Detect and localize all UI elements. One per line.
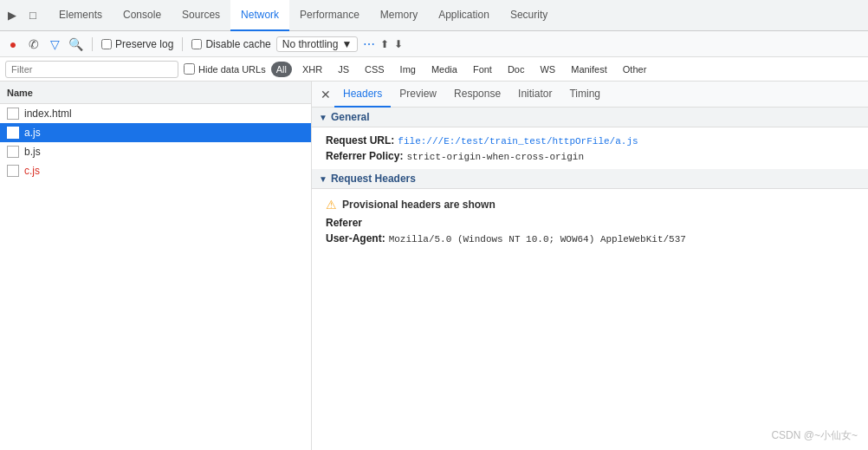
tab-network[interactable]: Network (230, 0, 289, 31)
provisional-warning-text: Provisional headers are shown (342, 199, 496, 211)
tab-elements[interactable]: Elements (49, 0, 113, 31)
file-list-header: Name (0, 82, 311, 104)
referrer-policy-value: strict-origin-when-cross-origin (406, 152, 584, 162)
disable-cache-checkbox[interactable]: Disable cache (191, 38, 270, 50)
file-icon-a-js (7, 127, 19, 139)
record-button[interactable]: ● (5, 36, 21, 52)
file-name-c-js: c.js (24, 165, 40, 177)
hide-data-urls-checkbox[interactable]: Hide data URLs (184, 63, 266, 75)
general-section-title: General (331, 111, 370, 123)
user-agent-key: User-Agent: (326, 232, 385, 245)
filter-type-media[interactable]: Media (426, 62, 463, 77)
hide-data-urls-input[interactable] (184, 63, 195, 75)
detail-tab-preview[interactable]: Preview (391, 82, 445, 108)
detail-tab-headers[interactable]: Headers (334, 82, 391, 108)
filter-input[interactable] (5, 61, 178, 78)
throttling-label: No throttling (282, 38, 339, 50)
upload-icon[interactable]: ⬆ (380, 38, 389, 50)
file-icon-index-html (7, 108, 19, 120)
main-area: Name index.html a.js b.js c.js ✕ Headers… (0, 82, 868, 450)
preserve-log-checkbox[interactable]: Preserve log (101, 38, 173, 50)
cursor-icon[interactable]: ▶ (3, 7, 21, 24)
filter-type-xhr[interactable]: XHR (297, 62, 327, 77)
detail-tab-response[interactable]: Response (445, 82, 509, 108)
separator-2 (182, 37, 183, 51)
tab-memory[interactable]: Memory (370, 0, 428, 31)
referrer-policy-row: Referrer Policy: strict-origin-when-cros… (326, 148, 854, 164)
request-url-value: file:///E:/test/train_test/httpOrFile/a.… (398, 136, 638, 147)
user-agent-row: User-Agent: Mozilla/5.0 (Windows NT 10.0… (326, 231, 854, 246)
filter-type-other[interactable]: Other (618, 62, 652, 77)
tab-performance[interactable]: Performance (289, 0, 370, 31)
filter-type-img[interactable]: Img (395, 62, 421, 77)
filter-type-font[interactable]: Font (468, 62, 497, 77)
wifi-icon: ⋯ (363, 37, 375, 51)
filter-type-ws[interactable]: WS (534, 62, 560, 77)
throttling-arrow: ▼ (341, 38, 352, 50)
detail-tabs: ✕ Headers Preview Response Initiator Tim… (312, 82, 868, 108)
watermark: CSDN @~小仙女~ (771, 428, 858, 443)
search-button[interactable]: 🔍 (68, 36, 83, 52)
referer-key: Referer (326, 217, 362, 229)
name-column-header: Name (7, 88, 33, 98)
disable-cache-label: Disable cache (205, 38, 270, 50)
tab-sources[interactable]: Sources (172, 0, 230, 31)
download-icon[interactable]: ⬇ (394, 38, 403, 50)
stop-button[interactable]: ✆ (26, 36, 42, 52)
hide-data-urls-label: Hide data URLs (198, 64, 266, 75)
disable-cache-input[interactable] (191, 39, 202, 49)
inspect-icon[interactable]: □ (24, 7, 42, 24)
file-name-b-js: b.js (24, 146, 41, 158)
request-headers-section-body: ⚠ Provisional headers are shown Referer … (312, 189, 868, 251)
preserve-log-input[interactable] (101, 39, 112, 49)
tab-console[interactable]: Console (113, 0, 172, 31)
file-item-a-js[interactable]: a.js (0, 123, 311, 142)
throttling-dropdown[interactable]: No throttling ▼ (276, 36, 359, 52)
devtools-tabbar: ▶ □ Elements Console Sources Network Per… (0, 0, 868, 31)
headers-content: ▼ General Request URL: file:///E:/test/t… (312, 108, 868, 450)
request-headers-section-header[interactable]: ▼ Request Headers (312, 169, 868, 189)
file-name-a-js: a.js (24, 127, 41, 139)
filter-type-doc[interactable]: Doc (502, 62, 530, 77)
referrer-policy-key: Referrer Policy: (326, 150, 403, 162)
detail-panel: ✕ Headers Preview Response Initiator Tim… (312, 82, 868, 450)
filter-bar: Hide data URLs All XHR JS CSS Img Media … (0, 57, 868, 82)
filter-button[interactable]: ▽ (47, 36, 62, 52)
warning-icon: ⚠ (326, 198, 337, 212)
user-agent-value: Mozilla/5.0 (Windows NT 10.0; WOW64) App… (389, 234, 686, 245)
detail-close-button[interactable]: ✕ (317, 86, 334, 103)
network-toolbar: ● ✆ ▽ 🔍 Preserve log Disable cache No th… (0, 31, 868, 57)
tab-application[interactable]: Application (428, 0, 500, 31)
referer-row: Referer (326, 215, 854, 231)
file-icon-c-js (7, 165, 19, 177)
filter-type-js[interactable]: JS (333, 62, 354, 77)
request-headers-section-title: Request Headers (331, 173, 416, 185)
separator-1 (92, 37, 93, 51)
file-item-index-html[interactable]: index.html (0, 104, 311, 123)
detail-tab-timing[interactable]: Timing (560, 82, 609, 108)
provisional-warning-row: ⚠ Provisional headers are shown (326, 194, 854, 215)
preserve-log-label: Preserve log (115, 38, 173, 50)
request-headers-triangle: ▼ (319, 174, 327, 184)
general-section-header[interactable]: ▼ General (312, 108, 868, 127)
tab-security[interactable]: Security (500, 0, 558, 31)
file-list: Name index.html a.js b.js c.js (0, 82, 312, 450)
file-icon-b-js (7, 146, 19, 158)
detail-tab-initiator[interactable]: Initiator (509, 82, 560, 108)
request-url-key: Request URL: (326, 134, 394, 147)
file-item-c-js[interactable]: c.js (0, 161, 311, 180)
general-section-body: Request URL: file:///E:/test/train_test/… (312, 127, 868, 169)
filter-type-all[interactable]: All (271, 62, 292, 77)
general-triangle: ▼ (319, 113, 327, 122)
filter-type-css[interactable]: CSS (360, 62, 390, 77)
request-url-row: Request URL: file:///E:/test/train_test/… (326, 133, 854, 148)
file-item-b-js[interactable]: b.js (0, 142, 311, 161)
file-name-index-html: index.html (24, 108, 72, 120)
filter-type-manifest[interactable]: Manifest (566, 62, 612, 77)
